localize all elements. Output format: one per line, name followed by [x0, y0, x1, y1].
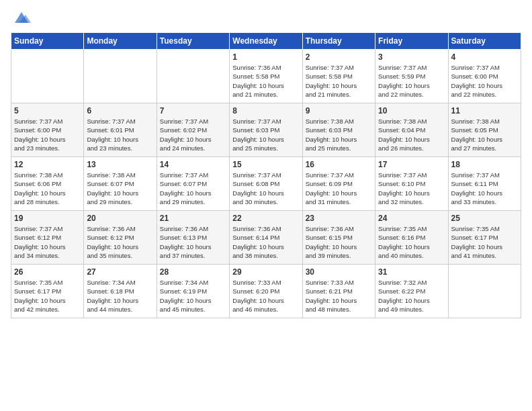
day-info: Sunrise: 7:36 AM Sunset: 6:14 PM Dayligh… [232, 224, 299, 260]
calendar-cell: 2Sunrise: 7:37 AM Sunset: 5:58 PM Daylig… [302, 50, 375, 103]
calendar-table: SundayMondayTuesdayWednesdayThursdayFrid… [11, 32, 521, 318]
day-info: Sunrise: 7:36 AM Sunset: 6:13 PM Dayligh… [160, 224, 226, 260]
weekday-header-sunday: Sunday [11, 33, 84, 50]
day-info: Sunrise: 7:34 AM Sunset: 6:18 PM Dayligh… [87, 278, 153, 314]
weekday-header-tuesday: Tuesday [157, 33, 229, 50]
day-number: 26 [14, 267, 81, 277]
calendar-cell: 28Sunrise: 7:34 AM Sunset: 6:19 PM Dayli… [157, 265, 229, 318]
day-info: Sunrise: 7:33 AM Sunset: 6:20 PM Dayligh… [232, 278, 299, 314]
calendar-cell: 5Sunrise: 7:37 AM Sunset: 6:00 PM Daylig… [11, 103, 84, 157]
day-number: 22 [232, 214, 299, 223]
page-header [11, 11, 521, 24]
calendar-cell: 21Sunrise: 7:36 AM Sunset: 6:13 PM Dayli… [157, 211, 229, 265]
calendar-cell: 31Sunrise: 7:32 AM Sunset: 6:22 PM Dayli… [375, 265, 448, 318]
day-info: Sunrise: 7:37 AM Sunset: 6:00 PM Dayligh… [14, 117, 81, 152]
calendar-cell: 7Sunrise: 7:37 AM Sunset: 6:02 PM Daylig… [157, 103, 229, 157]
day-number: 17 [378, 160, 445, 169]
calendar-cell [448, 265, 521, 318]
day-info: Sunrise: 7:37 AM Sunset: 6:10 PM Dayligh… [378, 171, 445, 206]
day-number: 8 [232, 106, 299, 116]
day-number: 4 [451, 52, 518, 62]
day-number: 25 [451, 214, 518, 223]
calendar-cell: 24Sunrise: 7:35 AM Sunset: 6:16 PM Dayli… [375, 211, 448, 265]
day-info: Sunrise: 7:37 AM Sunset: 6:07 PM Dayligh… [160, 171, 226, 206]
calendar-cell [11, 50, 84, 103]
day-info: Sunrise: 7:37 AM Sunset: 6:03 PM Dayligh… [232, 117, 299, 152]
day-number: 1 [232, 52, 299, 62]
calendar-cell [157, 50, 229, 103]
day-info: Sunrise: 7:38 AM Sunset: 6:05 PM Dayligh… [451, 117, 518, 152]
weekday-header-row: SundayMondayTuesdayWednesdayThursdayFrid… [11, 33, 521, 50]
calendar-cell: 13Sunrise: 7:38 AM Sunset: 6:07 PM Dayli… [84, 157, 157, 211]
calendar-cell [84, 50, 157, 103]
day-number: 9 [306, 106, 372, 116]
calendar-cell: 27Sunrise: 7:34 AM Sunset: 6:18 PM Dayli… [84, 265, 157, 318]
day-info: Sunrise: 7:37 AM Sunset: 6:12 PM Dayligh… [14, 224, 81, 260]
day-number: 14 [160, 160, 226, 169]
day-number: 29 [232, 267, 299, 277]
day-number: 20 [87, 214, 153, 223]
weekday-header-wednesday: Wednesday [230, 33, 302, 50]
day-info: Sunrise: 7:38 AM Sunset: 6:04 PM Dayligh… [378, 117, 445, 152]
weekday-header-saturday: Saturday [448, 33, 521, 50]
day-info: Sunrise: 7:37 AM Sunset: 6:08 PM Dayligh… [232, 171, 299, 206]
week-row-5: 26Sunrise: 7:35 AM Sunset: 6:17 PM Dayli… [11, 265, 521, 318]
day-number: 15 [232, 160, 299, 169]
day-number: 16 [306, 160, 372, 169]
day-number: 24 [378, 214, 445, 223]
calendar-cell: 1Sunrise: 7:36 AM Sunset: 5:58 PM Daylig… [230, 50, 302, 103]
day-info: Sunrise: 7:37 AM Sunset: 6:11 PM Dayligh… [451, 171, 518, 206]
calendar-cell: 30Sunrise: 7:33 AM Sunset: 6:21 PM Dayli… [302, 265, 375, 318]
day-info: Sunrise: 7:35 AM Sunset: 6:16 PM Dayligh… [378, 224, 445, 260]
calendar-cell: 22Sunrise: 7:36 AM Sunset: 6:14 PM Dayli… [230, 211, 302, 265]
logo [11, 11, 31, 24]
day-info: Sunrise: 7:34 AM Sunset: 6:19 PM Dayligh… [160, 278, 226, 314]
day-number: 21 [160, 214, 226, 223]
day-number: 18 [451, 160, 518, 169]
day-number: 12 [14, 160, 81, 169]
day-number: 28 [160, 267, 226, 277]
day-info: Sunrise: 7:33 AM Sunset: 6:21 PM Dayligh… [306, 278, 372, 314]
week-row-1: 1Sunrise: 7:36 AM Sunset: 5:58 PM Daylig… [11, 50, 521, 103]
calendar-cell: 16Sunrise: 7:37 AM Sunset: 6:09 PM Dayli… [302, 157, 375, 211]
day-number: 31 [378, 267, 445, 277]
day-number: 6 [87, 106, 153, 116]
day-number: 7 [160, 106, 226, 116]
calendar-cell: 6Sunrise: 7:37 AM Sunset: 6:01 PM Daylig… [84, 103, 157, 157]
day-info: Sunrise: 7:36 AM Sunset: 5:58 PM Dayligh… [232, 63, 299, 99]
day-number: 19 [14, 214, 81, 223]
weekday-header-friday: Friday [375, 33, 448, 50]
day-info: Sunrise: 7:38 AM Sunset: 6:07 PM Dayligh… [87, 171, 153, 206]
day-info: Sunrise: 7:35 AM Sunset: 6:17 PM Dayligh… [14, 278, 81, 314]
day-info: Sunrise: 7:38 AM Sunset: 6:03 PM Dayligh… [306, 117, 372, 152]
calendar-cell: 26Sunrise: 7:35 AM Sunset: 6:17 PM Dayli… [11, 265, 84, 318]
week-row-2: 5Sunrise: 7:37 AM Sunset: 6:00 PM Daylig… [11, 103, 521, 157]
calendar-cell: 15Sunrise: 7:37 AM Sunset: 6:08 PM Dayli… [230, 157, 302, 211]
calendar-cell: 9Sunrise: 7:38 AM Sunset: 6:03 PM Daylig… [302, 103, 375, 157]
calendar-cell: 8Sunrise: 7:37 AM Sunset: 6:03 PM Daylig… [230, 103, 302, 157]
calendar-cell: 12Sunrise: 7:38 AM Sunset: 6:06 PM Dayli… [11, 157, 84, 211]
calendar-cell: 18Sunrise: 7:37 AM Sunset: 6:11 PM Dayli… [448, 157, 521, 211]
day-number: 13 [87, 160, 153, 169]
day-number: 30 [306, 267, 372, 277]
day-info: Sunrise: 7:37 AM Sunset: 5:59 PM Dayligh… [378, 63, 445, 99]
calendar-cell: 4Sunrise: 7:37 AM Sunset: 6:00 PM Daylig… [448, 50, 521, 103]
day-number: 5 [14, 106, 81, 116]
calendar-cell: 20Sunrise: 7:36 AM Sunset: 6:12 PM Dayli… [84, 211, 157, 265]
day-info: Sunrise: 7:37 AM Sunset: 6:01 PM Dayligh… [87, 117, 153, 152]
logo-icon [12, 11, 31, 24]
calendar-cell: 10Sunrise: 7:38 AM Sunset: 6:04 PM Dayli… [375, 103, 448, 157]
calendar-cell: 11Sunrise: 7:38 AM Sunset: 6:05 PM Dayli… [448, 103, 521, 157]
calendar-cell: 25Sunrise: 7:35 AM Sunset: 6:17 PM Dayli… [448, 211, 521, 265]
day-info: Sunrise: 7:37 AM Sunset: 6:02 PM Dayligh… [160, 117, 226, 152]
weekday-header-thursday: Thursday [302, 33, 375, 50]
day-info: Sunrise: 7:37 AM Sunset: 5:58 PM Dayligh… [306, 63, 372, 99]
day-number: 27 [87, 267, 153, 277]
week-row-4: 19Sunrise: 7:37 AM Sunset: 6:12 PM Dayli… [11, 211, 521, 265]
calendar-cell: 14Sunrise: 7:37 AM Sunset: 6:07 PM Dayli… [157, 157, 229, 211]
day-info: Sunrise: 7:32 AM Sunset: 6:22 PM Dayligh… [378, 278, 445, 314]
calendar-cell: 29Sunrise: 7:33 AM Sunset: 6:20 PM Dayli… [230, 265, 302, 318]
calendar-cell: 3Sunrise: 7:37 AM Sunset: 5:59 PM Daylig… [375, 50, 448, 103]
day-info: Sunrise: 7:35 AM Sunset: 6:17 PM Dayligh… [451, 224, 518, 260]
day-info: Sunrise: 7:36 AM Sunset: 6:12 PM Dayligh… [87, 224, 153, 260]
